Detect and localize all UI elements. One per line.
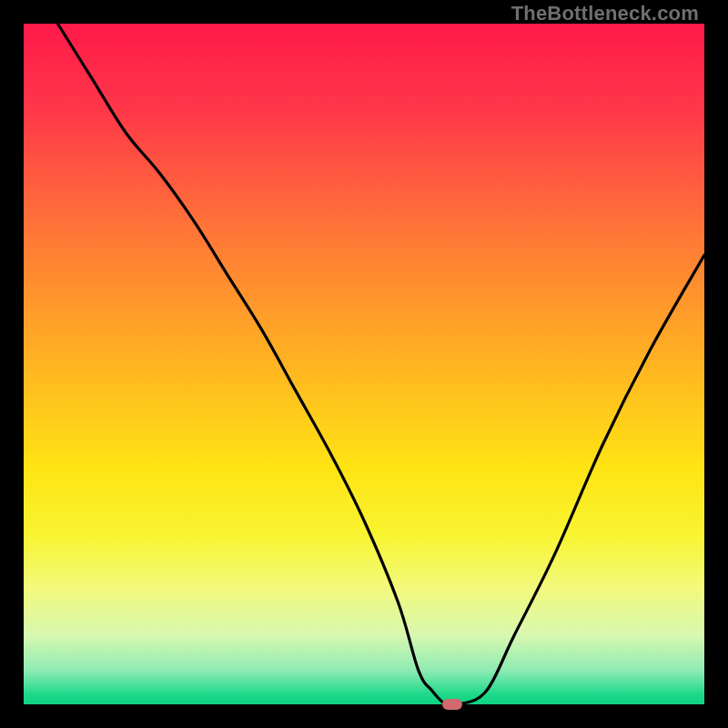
optimum-marker [442, 699, 462, 709]
plot-area [24, 24, 704, 704]
curve-layer [24, 24, 704, 704]
bottleneck-curve [57, 24, 704, 704]
watermark-text: TheBottleneck.com [511, 2, 699, 25]
chart-frame: TheBottleneck.com [0, 0, 728, 728]
